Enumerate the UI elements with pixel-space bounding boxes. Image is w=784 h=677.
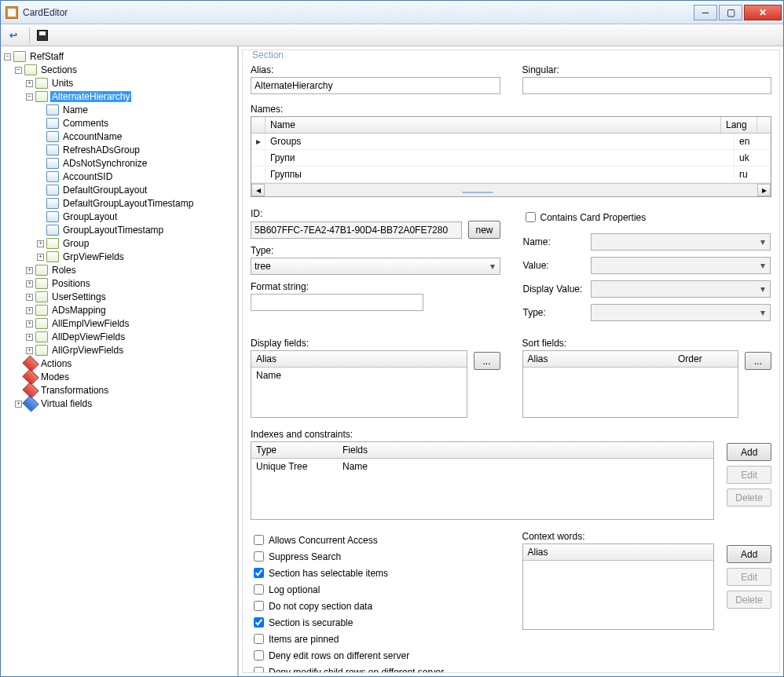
tree-node[interactable]: Comments bbox=[4, 117, 234, 130]
tree-node[interactable]: +Group bbox=[4, 237, 234, 250]
names-row[interactable]: Групиuk bbox=[251, 150, 771, 167]
indexes-list[interactable]: TypeFields Unique TreeName bbox=[251, 441, 714, 520]
checkbox-input[interactable] bbox=[254, 617, 264, 628]
section-checkbox[interactable]: Deny modify child rows on different serv… bbox=[251, 664, 500, 673]
tree-node[interactable]: +Positions bbox=[4, 277, 234, 290]
tree-expander-icon[interactable]: + bbox=[26, 307, 33, 314]
tree-node-label: AccountName bbox=[61, 131, 123, 142]
tree-expander-icon[interactable]: + bbox=[26, 80, 33, 87]
tree-expander-icon[interactable]: + bbox=[26, 280, 33, 287]
id-input[interactable] bbox=[251, 221, 462, 239]
section-checkbox[interactable]: Do not copy section data bbox=[251, 598, 500, 613]
displayfields-browse-button[interactable]: ... bbox=[474, 352, 500, 370]
tree-node[interactable]: +Units bbox=[4, 77, 234, 90]
save-button[interactable] bbox=[33, 27, 52, 44]
tree-expander-icon[interactable]: + bbox=[26, 334, 33, 341]
sortfields-list[interactable]: AliasOrder bbox=[522, 350, 739, 418]
indexes-add-button[interactable]: Add bbox=[727, 443, 771, 461]
tree-node[interactable]: +AllEmplViewFields bbox=[4, 317, 234, 330]
tree-expander-icon[interactable]: − bbox=[26, 93, 33, 101]
scroll-thumb[interactable] bbox=[462, 192, 493, 193]
tree-node[interactable]: +Virtual fields bbox=[4, 397, 234, 410]
close-button[interactable]: ✕ bbox=[744, 5, 782, 20]
names-grid[interactable]: Name Lang ▸GroupsenГрупиukГруппыru ◂ ▸ bbox=[251, 116, 771, 197]
tree-node[interactable]: +UserSettings bbox=[4, 291, 234, 303]
tree-node[interactable]: +Roles bbox=[4, 264, 234, 276]
singular-input[interactable] bbox=[522, 77, 772, 94]
section-checkbox[interactable]: Allows Concurrent Access bbox=[251, 532, 500, 547]
tree-node[interactable]: Modes bbox=[4, 371, 234, 383]
tree-expander-icon[interactable]: − bbox=[15, 67, 22, 74]
tree-node[interactable]: +AllGrpViewFields bbox=[4, 344, 234, 357]
alias-input[interactable] bbox=[251, 77, 500, 94]
section-checkbox[interactable]: Deny edit rows on different server bbox=[251, 648, 500, 663]
tree-node-label: AllDepViewFields bbox=[50, 331, 126, 342]
tree-node[interactable]: −RefStaff bbox=[4, 50, 234, 63]
tree-node[interactable]: Actions bbox=[4, 357, 234, 370]
tree-expander-icon[interactable]: + bbox=[26, 320, 33, 328]
names-row[interactable]: Группыru bbox=[251, 167, 771, 183]
type-combo[interactable]: tree bbox=[251, 258, 500, 275]
sortfields-label: Sort fields: bbox=[522, 338, 739, 349]
cp-value-label: Value: bbox=[523, 260, 549, 271]
tree-node[interactable]: AccountName bbox=[4, 130, 234, 143]
tree-node[interactable]: DefaultGroupLayoutTimestamp bbox=[4, 197, 234, 210]
tree-node[interactable]: ADsNotSynchronize bbox=[4, 157, 234, 170]
tree-node[interactable]: Transformations bbox=[4, 384, 234, 397]
tree-node[interactable]: +AllDepViewFields bbox=[4, 331, 234, 343]
folder-icon bbox=[46, 158, 59, 169]
context-list[interactable]: Alias bbox=[522, 543, 715, 630]
checkbox-input[interactable] bbox=[254, 535, 264, 545]
scroll-right-icon[interactable]: ▸ bbox=[757, 184, 771, 196]
section-checkbox[interactable]: Section is securable bbox=[251, 615, 500, 630]
section-checkbox[interactable]: Section has selectable items bbox=[251, 565, 500, 580]
tree-node[interactable]: RefreshADsGroup bbox=[4, 144, 234, 156]
tree-node[interactable]: Name bbox=[4, 104, 234, 116]
checkbox-input[interactable] bbox=[254, 584, 264, 595]
names-col-lang[interactable]: Lang bbox=[721, 117, 757, 133]
names-hscroll[interactable]: ◂ ▸ bbox=[251, 183, 771, 196]
tree-node[interactable]: +ADsMapping bbox=[4, 304, 234, 317]
tree-node[interactable]: +GrpViewFields bbox=[4, 251, 234, 263]
tree-expander-icon[interactable]: + bbox=[37, 254, 44, 261]
cardprops-checkbox[interactable] bbox=[526, 212, 536, 222]
tree-node[interactable]: AccountSID bbox=[4, 170, 234, 183]
folder-icon bbox=[35, 331, 48, 342]
tree-expander-icon[interactable]: + bbox=[15, 401, 22, 408]
names-col-name[interactable]: Name bbox=[266, 117, 721, 133]
indexes-row[interactable]: Unique TreeName bbox=[251, 459, 713, 474]
folder-icon bbox=[46, 104, 59, 115]
tree-expander-icon[interactable]: + bbox=[26, 267, 33, 274]
tree-node[interactable]: GroupLayoutTimestamp bbox=[4, 224, 234, 236]
context-add-button[interactable]: Add bbox=[727, 545, 771, 563]
section-checkbox[interactable]: Log optional bbox=[251, 582, 500, 597]
new-id-button[interactable]: new bbox=[468, 221, 500, 239]
tree-node[interactable]: DefaultGroupLayout bbox=[4, 184, 234, 196]
back-button[interactable]: ↩ bbox=[4, 27, 23, 44]
section-checkbox[interactable]: Suppress Search bbox=[251, 549, 500, 564]
sortfields-browse-button[interactable]: ... bbox=[745, 352, 771, 370]
minimize-button[interactable]: ─ bbox=[694, 5, 717, 20]
checkbox-input[interactable] bbox=[254, 568, 264, 578]
tree-expander-icon[interactable]: + bbox=[26, 294, 33, 301]
tree-node[interactable]: GroupLayout bbox=[4, 210, 234, 223]
tree-expander-icon[interactable]: + bbox=[26, 347, 33, 354]
names-row[interactable]: ▸Groupsen bbox=[251, 134, 771, 150]
checkbox-input[interactable] bbox=[254, 650, 264, 661]
tree-expander-icon[interactable]: + bbox=[37, 240, 44, 247]
displayfields-list[interactable]: Alias Name bbox=[251, 350, 467, 418]
checkbox-input[interactable] bbox=[254, 634, 264, 644]
tree-node[interactable]: −AlternateHierarchy bbox=[4, 90, 234, 103]
displayfields-row[interactable]: Name bbox=[251, 368, 467, 383]
section-checkbox[interactable]: Items are pinned bbox=[251, 631, 500, 646]
format-input[interactable] bbox=[251, 294, 423, 311]
checkbox-input[interactable] bbox=[254, 667, 264, 673]
tree-expander-icon[interactable]: − bbox=[4, 53, 11, 60]
tree-node[interactable]: −Sections bbox=[4, 64, 234, 76]
back-arrow-icon: ↩ bbox=[9, 30, 17, 41]
checkbox-input[interactable] bbox=[254, 601, 264, 611]
checkbox-input[interactable] bbox=[254, 551, 264, 562]
maximize-button[interactable]: ▢ bbox=[719, 5, 742, 20]
scroll-left-icon[interactable]: ◂ bbox=[251, 184, 265, 196]
tree-node-label: UserSettings bbox=[50, 291, 108, 302]
